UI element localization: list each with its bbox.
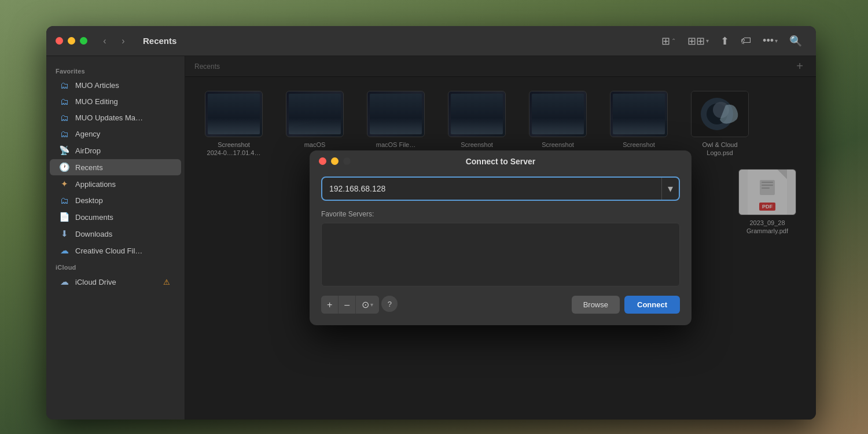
folder-icon: 🗂 — [59, 80, 69, 90]
sidebar-item-label: Documents — [75, 213, 113, 222]
maximize-button[interactable] — [80, 37, 87, 45]
connect-button[interactable]: Connect — [624, 296, 680, 314]
sidebar-item-creative-cloud[interactable]: ☁ Creative Cloud Fil… — [50, 242, 181, 259]
sidebar-item-agency[interactable]: 🗂 Agency — [50, 126, 181, 142]
dialog-titlebar: Connect to Server — [310, 150, 692, 170]
sidebar: Favorites 🗂 MUO Articles 🗂 MUO Editing 🗂… — [46, 56, 185, 420]
downloads-icon: ⬇ — [59, 229, 69, 239]
creative-cloud-icon: ☁ — [59, 245, 69, 256]
finder-titlebar: ‹ › Recents ⊞ ⌃ ⊞⊞ ▾ ⬆ 🏷 ••• ▾ 🔍 — [46, 26, 816, 56]
finder-body: Favorites 🗂 MUO Articles 🗂 MUO Editing 🗂… — [46, 56, 816, 420]
dialog-maximize-button — [343, 157, 351, 165]
nav-buttons: ‹ › — [97, 33, 131, 49]
view-icon-options[interactable]: ⊞⊞ ▾ — [683, 32, 713, 50]
folder-icon: 🗂 — [59, 97, 69, 106]
traffic-lights — [56, 37, 87, 45]
dialog-body: ▾ Favorite Servers: + – — [310, 170, 692, 325]
sidebar-item-label: Recents — [75, 163, 103, 172]
sidebar-item-muo-updates[interactable]: 🗂 MUO Updates Ma… — [50, 110, 181, 126]
share-icon[interactable]: ⬆ — [716, 32, 734, 50]
sidebar-item-documents[interactable]: 📄 Documents — [50, 209, 181, 225]
sidebar-item-label: iCloud Drive — [75, 278, 116, 286]
server-address-row: ▾ — [321, 176, 680, 201]
airdrop-icon: 📡 — [59, 145, 69, 156]
sidebar-item-applications[interactable]: ✦ Applications — [50, 176, 181, 192]
warning-icon: ⚠ — [161, 278, 172, 286]
sidebar-item-label: Applications — [75, 180, 116, 189]
sidebar-item-label: MUO Articles — [75, 81, 119, 90]
sidebar-item-label: Creative Cloud Fil… — [75, 247, 142, 255]
sidebar-item-label: MUO Updates Ma… — [75, 113, 143, 122]
tag-icon[interactable]: 🏷 — [736, 32, 756, 49]
back-button[interactable]: ‹ — [97, 33, 113, 49]
sidebar-item-downloads[interactable]: ⬇ Downloads — [50, 226, 181, 242]
folder-icon: 🗂 — [59, 196, 69, 205]
finder-title: Recents — [143, 36, 657, 46]
add-favorite-button[interactable]: + — [321, 296, 339, 314]
sidebar-item-label: AirDrop — [75, 146, 101, 155]
sidebar-item-desktop[interactable]: 🗂 Desktop — [50, 193, 181, 208]
recents-icon: 🕐 — [59, 162, 69, 172]
favorite-servers-list — [321, 223, 680, 286]
sidebar-item-muo-editing[interactable]: 🗂 MUO Editing — [50, 94, 181, 109]
sidebar-item-recents[interactable]: 🕐 Recents — [50, 159, 181, 175]
forward-button[interactable]: › — [115, 33, 131, 49]
browse-button[interactable]: Browse — [572, 296, 620, 314]
server-address-dropdown[interactable]: ▾ — [661, 178, 679, 200]
connect-to-server-dialog: Connect to Server ▾ Favorite Servers: — [310, 150, 692, 325]
folder-icon: 🗂 — [59, 113, 69, 123]
add-remove-btn-group: + – ⊙ ▾ — [321, 296, 379, 314]
sidebar-item-icloud-drive[interactable]: ☁ iCloud Drive ⚠ — [50, 274, 181, 290]
footer-left-buttons: + – ⊙ ▾ ? — [321, 296, 398, 314]
applications-icon: ✦ — [59, 179, 69, 189]
dialog-traffic-lights — [319, 157, 351, 165]
sidebar-item-muo-articles[interactable]: 🗂 MUO Articles — [50, 78, 181, 93]
minimize-button[interactable] — [68, 37, 75, 45]
server-address-input[interactable] — [322, 178, 661, 199]
dialog-footer: + – ⊙ ▾ ? Browse — [321, 296, 680, 314]
more-options-arrow: ▾ — [370, 301, 373, 308]
finder-window: ‹ › Recents ⊞ ⌃ ⊞⊞ ▾ ⬆ 🏷 ••• ▾ 🔍 Favorit… — [46, 26, 816, 420]
sidebar-item-label: Desktop — [75, 196, 103, 205]
view-icon-grid[interactable]: ⊞ ⌃ — [657, 32, 681, 50]
favorite-servers-label: Favorite Servers: — [321, 210, 680, 218]
sidebar-item-label: Downloads — [75, 230, 112, 238]
icloud-icon: ☁ — [59, 277, 69, 287]
sidebar-item-label: Agency — [75, 130, 100, 138]
dialog-title: Connect to Server — [466, 157, 536, 166]
remove-favorite-button[interactable]: – — [339, 296, 356, 314]
finder-toolbar: ⊞ ⌃ ⊞⊞ ▾ ⬆ 🏷 ••• ▾ 🔍 — [657, 32, 807, 50]
icloud-label: iCloud — [46, 259, 185, 273]
more-options-icon: ⊙ — [362, 299, 369, 310]
favorites-label: Favorites — [46, 63, 185, 77]
dialog-overlay: Connect to Server ▾ Favorite Servers: — [185, 56, 816, 420]
dialog-close-button[interactable] — [319, 157, 326, 165]
folder-icon: 🗂 — [59, 129, 69, 139]
documents-icon: 📄 — [59, 212, 69, 222]
close-button[interactable] — [56, 37, 63, 45]
sidebar-item-label: MUO Editing — [75, 97, 118, 106]
search-icon[interactable]: 🔍 — [785, 32, 807, 50]
dialog-minimize-button[interactable] — [331, 157, 339, 165]
help-button[interactable]: ? — [381, 296, 398, 312]
sidebar-item-airdrop[interactable]: 📡 AirDrop — [50, 142, 181, 159]
more-icon[interactable]: ••• ▾ — [758, 32, 782, 49]
more-options-button[interactable]: ⊙ ▾ — [356, 296, 379, 314]
content-area: Recents + Screenshot2024-0…17.01.4… macO — [185, 56, 816, 420]
